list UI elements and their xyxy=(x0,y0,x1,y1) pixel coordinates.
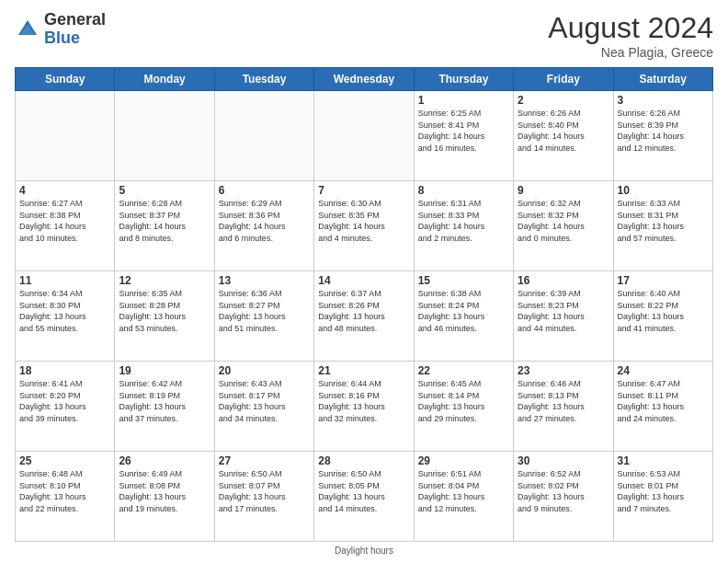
day-info: Sunrise: 6:35 AM Sunset: 8:28 PM Dayligh… xyxy=(119,288,210,334)
calendar-cell: 29Sunrise: 6:51 AM Sunset: 8:04 PM Dayli… xyxy=(414,452,513,542)
day-number: 9 xyxy=(518,184,609,197)
calendar-cell: 3Sunrise: 6:26 AM Sunset: 8:39 PM Daylig… xyxy=(613,91,712,181)
calendar-cell: 16Sunrise: 6:39 AM Sunset: 8:23 PM Dayli… xyxy=(514,271,613,362)
day-info: Sunrise: 6:46 AM Sunset: 8:13 PM Dayligh… xyxy=(518,378,609,424)
day-info: Sunrise: 6:43 AM Sunset: 8:17 PM Dayligh… xyxy=(219,378,310,424)
logo-general-text: General xyxy=(44,10,106,29)
weekday-header-friday: Friday xyxy=(514,68,613,91)
day-info: Sunrise: 6:29 AM Sunset: 8:36 PM Dayligh… xyxy=(219,198,310,244)
day-info: Sunrise: 6:44 AM Sunset: 8:16 PM Dayligh… xyxy=(318,378,409,424)
calendar-cell: 26Sunrise: 6:49 AM Sunset: 8:08 PM Dayli… xyxy=(115,452,214,542)
day-info: Sunrise: 6:50 AM Sunset: 8:07 PM Dayligh… xyxy=(219,468,310,514)
calendar-cell xyxy=(314,91,414,181)
day-number: 18 xyxy=(19,364,110,377)
day-number: 10 xyxy=(618,184,709,197)
calendar-cell: 5Sunrise: 6:28 AM Sunset: 8:37 PM Daylig… xyxy=(115,181,214,271)
day-info: Sunrise: 6:33 AM Sunset: 8:31 PM Dayligh… xyxy=(618,198,709,244)
calendar-cell: 15Sunrise: 6:38 AM Sunset: 8:24 PM Dayli… xyxy=(414,271,513,362)
day-info: Sunrise: 6:34 AM Sunset: 8:30 PM Dayligh… xyxy=(19,288,110,334)
weekday-header-sunday: Sunday xyxy=(16,68,115,91)
calendar-cell: 27Sunrise: 6:50 AM Sunset: 8:07 PM Dayli… xyxy=(214,452,313,542)
day-number: 23 xyxy=(518,364,609,377)
day-number: 11 xyxy=(19,274,110,287)
day-info: Sunrise: 6:50 AM Sunset: 8:05 PM Dayligh… xyxy=(318,468,409,514)
calendar-cell: 6Sunrise: 6:29 AM Sunset: 8:36 PM Daylig… xyxy=(214,181,313,271)
logo-blue-text: Blue xyxy=(44,29,80,47)
day-info: Sunrise: 6:51 AM Sunset: 8:04 PM Dayligh… xyxy=(418,468,509,514)
day-info: Sunrise: 6:40 AM Sunset: 8:22 PM Dayligh… xyxy=(618,288,709,334)
calendar-cell: 21Sunrise: 6:44 AM Sunset: 8:16 PM Dayli… xyxy=(314,362,414,452)
day-number: 6 xyxy=(219,184,310,197)
calendar-week-2: 4Sunrise: 6:27 AM Sunset: 8:38 PM Daylig… xyxy=(16,181,713,271)
calendar-week-1: 1Sunrise: 6:25 AM Sunset: 8:41 PM Daylig… xyxy=(16,91,713,181)
day-number: 28 xyxy=(318,454,409,467)
day-number: 24 xyxy=(618,364,709,377)
day-number: 20 xyxy=(219,364,310,377)
day-number: 7 xyxy=(318,184,409,197)
day-number: 25 xyxy=(19,454,110,467)
weekday-header-wednesday: Wednesday xyxy=(314,68,414,91)
day-info: Sunrise: 6:26 AM Sunset: 8:40 PM Dayligh… xyxy=(518,108,609,154)
day-info: Sunrise: 6:39 AM Sunset: 8:23 PM Dayligh… xyxy=(518,288,609,334)
day-info: Sunrise: 6:36 AM Sunset: 8:27 PM Dayligh… xyxy=(219,288,310,334)
calendar-week-4: 18Sunrise: 6:41 AM Sunset: 8:20 PM Dayli… xyxy=(16,362,713,452)
calendar-cell: 1Sunrise: 6:25 AM Sunset: 8:41 PM Daylig… xyxy=(414,91,513,181)
calendar-cell: 28Sunrise: 6:50 AM Sunset: 8:05 PM Dayli… xyxy=(314,452,414,542)
day-number: 14 xyxy=(318,274,409,287)
calendar-cell: 11Sunrise: 6:34 AM Sunset: 8:30 PM Dayli… xyxy=(16,271,115,362)
day-info: Sunrise: 6:27 AM Sunset: 8:38 PM Dayligh… xyxy=(19,198,110,244)
calendar-cell: 17Sunrise: 6:40 AM Sunset: 8:22 PM Dayli… xyxy=(613,271,712,362)
calendar-cell: 2Sunrise: 6:26 AM Sunset: 8:40 PM Daylig… xyxy=(514,91,613,181)
day-number: 17 xyxy=(618,274,709,287)
location: Nea Plagia, Greece xyxy=(548,45,713,60)
calendar-cell: 31Sunrise: 6:53 AM Sunset: 8:01 PM Dayli… xyxy=(613,452,712,542)
day-number: 4 xyxy=(19,184,110,197)
day-number: 16 xyxy=(518,274,609,287)
day-info: Sunrise: 6:38 AM Sunset: 8:24 PM Dayligh… xyxy=(418,288,509,334)
day-number: 30 xyxy=(518,454,609,467)
calendar-cell: 22Sunrise: 6:45 AM Sunset: 8:14 PM Dayli… xyxy=(414,362,513,452)
calendar-week-5: 25Sunrise: 6:48 AM Sunset: 8:10 PM Dayli… xyxy=(16,452,713,542)
calendar-table: SundayMondayTuesdayWednesdayThursdayFrid… xyxy=(15,67,713,542)
day-number: 2 xyxy=(518,94,609,107)
day-info: Sunrise: 6:42 AM Sunset: 8:19 PM Dayligh… xyxy=(119,378,210,424)
calendar-cell xyxy=(16,91,115,181)
day-info: Sunrise: 6:26 AM Sunset: 8:39 PM Dayligh… xyxy=(618,108,709,154)
day-info: Sunrise: 6:32 AM Sunset: 8:32 PM Dayligh… xyxy=(518,198,609,244)
day-info: Sunrise: 6:28 AM Sunset: 8:37 PM Dayligh… xyxy=(119,198,210,244)
month-year: August 2024 xyxy=(548,11,713,45)
calendar-cell: 18Sunrise: 6:41 AM Sunset: 8:20 PM Dayli… xyxy=(16,362,115,452)
weekday-header-monday: Monday xyxy=(115,68,214,91)
calendar-cell: 14Sunrise: 6:37 AM Sunset: 8:26 PM Dayli… xyxy=(314,271,414,362)
day-number: 31 xyxy=(618,454,709,467)
day-number: 19 xyxy=(119,364,210,377)
day-info: Sunrise: 6:45 AM Sunset: 8:14 PM Dayligh… xyxy=(418,378,509,424)
calendar-cell: 30Sunrise: 6:52 AM Sunset: 8:02 PM Dayli… xyxy=(514,452,613,542)
weekday-header-tuesday: Tuesday xyxy=(214,68,313,91)
weekday-header-row: SundayMondayTuesdayWednesdayThursdayFrid… xyxy=(16,68,713,91)
day-info: Sunrise: 6:41 AM Sunset: 8:20 PM Dayligh… xyxy=(19,378,110,424)
calendar-week-3: 11Sunrise: 6:34 AM Sunset: 8:30 PM Dayli… xyxy=(16,271,713,362)
day-info: Sunrise: 6:37 AM Sunset: 8:26 PM Dayligh… xyxy=(318,288,409,334)
day-number: 1 xyxy=(418,94,509,107)
calendar-cell: 4Sunrise: 6:27 AM Sunset: 8:38 PM Daylig… xyxy=(16,181,115,271)
calendar-cell: 12Sunrise: 6:35 AM Sunset: 8:28 PM Dayli… xyxy=(115,271,214,362)
calendar-cell xyxy=(115,91,214,181)
day-number: 5 xyxy=(119,184,210,197)
day-number: 15 xyxy=(418,274,509,287)
day-info: Sunrise: 6:48 AM Sunset: 8:10 PM Dayligh… xyxy=(19,468,110,514)
day-info: Sunrise: 6:53 AM Sunset: 8:01 PM Dayligh… xyxy=(618,468,709,514)
day-number: 8 xyxy=(418,184,509,197)
calendar-cell: 10Sunrise: 6:33 AM Sunset: 8:31 PM Dayli… xyxy=(613,181,712,271)
day-number: 26 xyxy=(119,454,210,467)
weekday-header-thursday: Thursday xyxy=(414,68,513,91)
day-number: 22 xyxy=(418,364,509,377)
calendar-cell: 9Sunrise: 6:32 AM Sunset: 8:32 PM Daylig… xyxy=(514,181,613,271)
day-number: 27 xyxy=(219,454,310,467)
day-number: 12 xyxy=(119,274,210,287)
calendar-cell: 13Sunrise: 6:36 AM Sunset: 8:27 PM Dayli… xyxy=(214,271,313,362)
calendar-cell: 20Sunrise: 6:43 AM Sunset: 8:17 PM Dayli… xyxy=(214,362,313,452)
footer-note: Daylight hours xyxy=(15,546,713,556)
day-info: Sunrise: 6:31 AM Sunset: 8:33 PM Dayligh… xyxy=(418,198,509,244)
calendar-cell: 7Sunrise: 6:30 AM Sunset: 8:35 PM Daylig… xyxy=(314,181,414,271)
